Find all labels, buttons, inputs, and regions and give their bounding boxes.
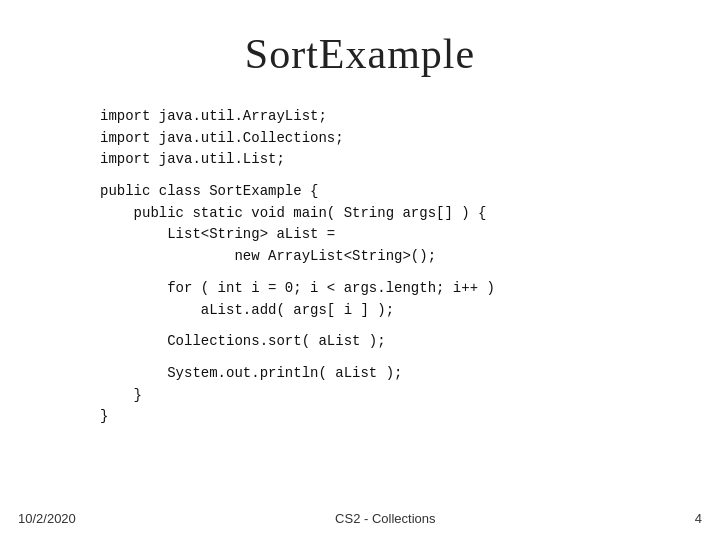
blank-line-2 (100, 268, 680, 278)
code-line-9: aList.add( args[ i ] ); (100, 300, 680, 322)
slide: SortExample import java.util.ArrayList; … (0, 0, 720, 540)
code-line-12: } (100, 385, 680, 407)
blank-line-1 (100, 171, 680, 181)
blank-line-4 (100, 353, 680, 363)
code-line-5: public static void main( String args[] )… (100, 203, 680, 225)
slide-title: SortExample (40, 30, 680, 78)
code-line-13: } (100, 406, 680, 428)
blank-line-3 (100, 321, 680, 331)
footer-course: CS2 - Collections (335, 511, 435, 526)
footer-page: 4 (695, 511, 702, 526)
footer: 10/2/2020 CS2 - Collections 4 (0, 511, 720, 526)
code-line-7: new ArrayList<String>(); (100, 246, 680, 268)
code-line-6: List<String> aList = (100, 224, 680, 246)
code-line-4: public class SortExample { (100, 181, 680, 203)
code-line-11: System.out.println( aList ); (100, 363, 680, 385)
code-block: import java.util.ArrayList; import java.… (40, 106, 680, 428)
code-line-8: for ( int i = 0; i < args.length; i++ ) (100, 278, 680, 300)
code-line-10: Collections.sort( aList ); (100, 331, 680, 353)
footer-date: 10/2/2020 (18, 511, 76, 526)
code-line-1: import java.util.ArrayList; (100, 106, 680, 128)
code-line-2: import java.util.Collections; (100, 128, 680, 150)
code-line-3: import java.util.List; (100, 149, 680, 171)
